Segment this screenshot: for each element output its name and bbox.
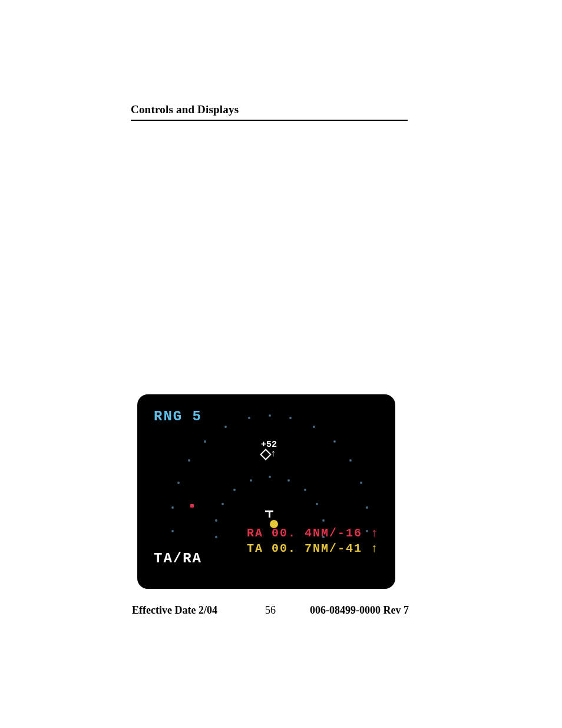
document-id: 006-08499-0000 Rev 7: [310, 604, 409, 617]
svg-point-18: [233, 489, 236, 491]
svg-point-8: [349, 459, 352, 462]
svg-point-17: [287, 479, 290, 482]
svg-point-1: [248, 417, 250, 419]
svg-point-4: [313, 426, 315, 428]
svg-point-15: [269, 476, 271, 478]
svg-point-3: [224, 426, 227, 428]
svg-point-6: [333, 440, 336, 443]
effective-date: Effective Date 2/04: [132, 604, 217, 617]
ta-readout-text: TA 00. 7NM/-41 ↑: [247, 542, 379, 555]
svg-point-9: [177, 482, 180, 484]
page-footer: Effective Date 2/04 56 006-08499-0000 Re…: [132, 604, 409, 617]
up-arrow-icon: ↑: [270, 449, 276, 459]
page-header: Controls and Displays: [131, 103, 408, 121]
svg-point-2: [289, 417, 292, 419]
ta-readout: TA 00. 7NM/-41 ↑: [197, 528, 379, 569]
svg-point-19: [304, 489, 306, 491]
svg-point-13: [171, 530, 174, 532]
svg-point-7: [188, 459, 190, 462]
tcas-display: RNG 5: [137, 394, 395, 589]
ra-square-icon: [190, 504, 194, 508]
traffic-other-altitude: +52: [261, 440, 277, 449]
document-page: Controls and Displays RNG 5: [0, 0, 562, 728]
svg-point-0: [269, 414, 271, 417]
diamond-icon: [260, 449, 272, 460]
svg-point-5: [204, 440, 206, 443]
svg-point-11: [171, 506, 174, 509]
tcas-mode-label: TA/RA: [154, 551, 202, 566]
svg-point-16: [250, 479, 252, 482]
traffic-other: +52 ↑: [261, 440, 277, 459]
section-title: Controls and Displays: [131, 103, 408, 121]
svg-point-10: [360, 482, 362, 484]
